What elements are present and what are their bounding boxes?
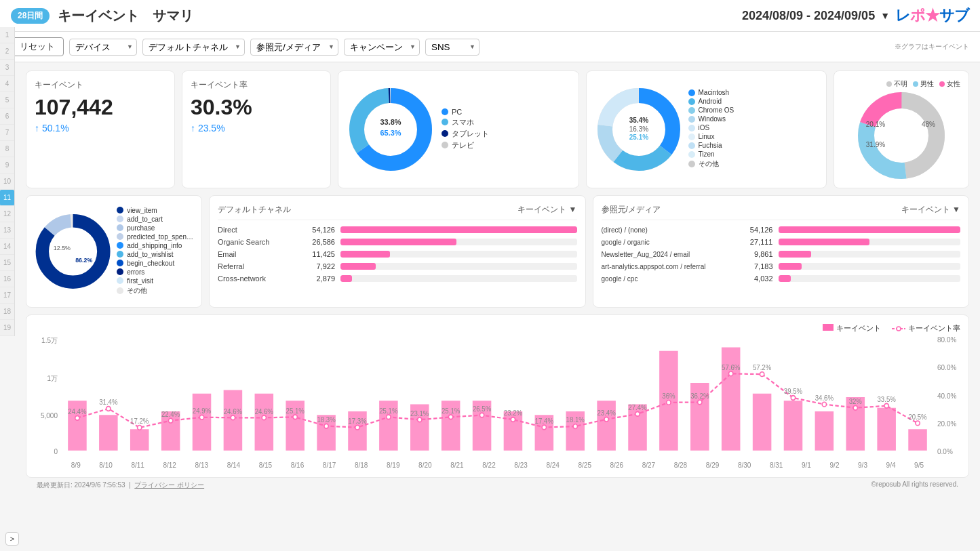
kpi-card: キーイベント 107,442 ↑ 50.1% bbox=[26, 70, 175, 188]
svg-text:31.4%: 31.4% bbox=[99, 399, 118, 406]
kpi-value: 107,442 bbox=[35, 95, 166, 120]
date-range: 2024/08/09 - 2024/09/05 bbox=[742, 9, 875, 23]
campaign-filter[interactable]: キャンペーン bbox=[344, 39, 420, 56]
svg-point-94 bbox=[667, 401, 671, 405]
svg-point-80 bbox=[448, 415, 452, 420]
os-legend: Macintosh Android Chrome OS Windows iOS … bbox=[688, 89, 734, 170]
svg-text:17.3%: 17.3% bbox=[348, 417, 367, 425]
svg-point-102 bbox=[791, 396, 795, 401]
svg-point-72 bbox=[324, 424, 328, 428]
svg-rect-32 bbox=[193, 394, 212, 451]
svg-point-68 bbox=[262, 415, 266, 420]
kpi-rate-card: キーイベント率 30.3% ↑ 23.5% bbox=[182, 70, 331, 188]
graph-note: ※グラフはキーイベント bbox=[485, 42, 969, 52]
svg-text:20.5%: 20.5% bbox=[908, 413, 927, 421]
chart-legend: キーイベント キーイベント率 bbox=[35, 323, 960, 333]
kpi-title: キーイベント bbox=[35, 79, 166, 91]
date-badge: 28日間 bbox=[11, 8, 50, 24]
svg-text:18.3%: 18.3% bbox=[317, 416, 336, 424]
svg-text:25.1%: 25.1% bbox=[629, 134, 648, 141]
svg-text:57.2%: 57.2% bbox=[753, 364, 772, 371]
svg-point-84 bbox=[511, 417, 515, 422]
svg-rect-50 bbox=[753, 394, 772, 451]
svg-text:25.1%: 25.1% bbox=[442, 407, 460, 414]
svg-text:25.1%: 25.1% bbox=[379, 407, 398, 414]
svg-point-88 bbox=[573, 424, 577, 429]
svg-text:23.2%: 23.2% bbox=[504, 409, 523, 417]
svg-text:57.6%: 57.6% bbox=[722, 364, 741, 371]
referral-row: google / cpc 4,032 bbox=[602, 274, 961, 283]
svg-point-78 bbox=[418, 417, 422, 422]
svg-text:23.1%: 23.1% bbox=[410, 409, 429, 417]
device-filter[interactable]: デバイス bbox=[69, 39, 137, 56]
os-donut-chart: 35.4% 16.3% 25.1% bbox=[595, 85, 683, 174]
last-updated: 最終更新日: 2024/9/6 7:56:53 bbox=[37, 481, 125, 489]
reset-button[interactable]: リセット bbox=[11, 37, 64, 56]
svg-text:34.6%: 34.6% bbox=[815, 394, 834, 402]
svg-text:24.6%: 24.6% bbox=[255, 407, 274, 415]
svg-rect-55 bbox=[908, 429, 927, 451]
chart-area: 24.4%31.4%17.2%22.4%24.9%24.6%24.6%25.1%… bbox=[62, 336, 933, 469]
svg-text:36.2%: 36.2% bbox=[690, 392, 709, 400]
y-axis-left: 1.5万 1万 5,000 0 bbox=[35, 336, 62, 469]
filter-bar: リセット デバイス デフォルトチャネル 参照元/メディア キャンペーン SNS … bbox=[0, 32, 980, 62]
svg-text:27.4%: 27.4% bbox=[628, 404, 647, 411]
legend-event-label: キーイベント bbox=[836, 324, 881, 332]
logo: レポ★サブ bbox=[895, 5, 969, 26]
svg-point-76 bbox=[387, 415, 391, 420]
svg-text:12.5%: 12.5% bbox=[54, 245, 71, 251]
svg-rect-52 bbox=[815, 411, 834, 451]
event-legend: view_item add_to_cart purchase predicted… bbox=[117, 207, 193, 297]
channel-filter[interactable]: デフォルトチャネル bbox=[142, 39, 245, 56]
svg-text:33.8%: 33.8% bbox=[380, 118, 401, 126]
copyright: ©reposub All rights reserved. bbox=[871, 481, 958, 490]
os-donut-card: 35.4% 16.3% 25.1% Macintosh Android Chro… bbox=[586, 70, 827, 188]
page-title: キーイベント サマリ bbox=[58, 7, 193, 25]
channel-row: Direct 54,126 bbox=[218, 226, 577, 234]
svg-text:24.6%: 24.6% bbox=[224, 407, 243, 415]
channel-rows: Direct 54,126 Organic Search 26,586 Emai… bbox=[218, 226, 577, 283]
svg-text:16.3%: 16.3% bbox=[629, 125, 648, 133]
device-donut-chart: 33.8% 65.3% bbox=[347, 85, 435, 174]
time-chart-card: キーイベント キーイベント率 1.5万 1万 5,000 0 24.4%31.4… bbox=[26, 314, 969, 478]
svg-text:24.9%: 24.9% bbox=[193, 407, 212, 415]
svg-point-108 bbox=[884, 403, 888, 408]
svg-text:22.4%: 22.4% bbox=[161, 411, 180, 418]
svg-text:20.1%: 20.1% bbox=[866, 121, 885, 128]
referral-rows: (direct) / (none) 54,126 google / organi… bbox=[602, 226, 961, 283]
referral-kpi-label[interactable]: キーイベント ▼ bbox=[901, 204, 960, 216]
svg-rect-30 bbox=[130, 429, 149, 451]
svg-point-60 bbox=[138, 426, 142, 430]
svg-text:31.9%: 31.9% bbox=[866, 141, 885, 148]
gender-donut-chart: 20.1% 48% 31.9% bbox=[847, 91, 956, 180]
svg-point-96 bbox=[698, 400, 702, 405]
x-axis-labels: 8/98/108/118/128/138/148/158/168/178/188… bbox=[62, 462, 933, 469]
channel-row: Organic Search 26,586 bbox=[218, 238, 577, 246]
time-chart-svg: 24.4%31.4%17.2%22.4%24.9%24.6%24.6%25.1%… bbox=[62, 336, 933, 458]
channel-kpi-label[interactable]: キーイベント ▼ bbox=[517, 204, 576, 216]
svg-point-56 bbox=[75, 415, 79, 420]
svg-rect-29 bbox=[99, 415, 118, 451]
privacy-link[interactable]: プライバシー ポリシー bbox=[134, 481, 204, 489]
svg-point-64 bbox=[199, 415, 203, 420]
y-axis-right: 80.0% 60.0% 40.0% 20.0% 0.0% bbox=[933, 336, 960, 469]
kpi-rate-title: キーイベント率 bbox=[191, 79, 322, 91]
svg-text:18.1%: 18.1% bbox=[566, 416, 585, 424]
svg-text:32%: 32% bbox=[849, 398, 862, 405]
time-chart-body: 1.5万 1万 5,000 0 24.4%31.4%17.2%22.4%24.9… bbox=[35, 336, 960, 469]
svg-text:17.4%: 17.4% bbox=[535, 417, 554, 425]
sns-filter[interactable]: SNS bbox=[425, 39, 479, 56]
top-bar: 28日間 キーイベント サマリ 2024/08/09 - 2024/09/05 … bbox=[0, 0, 980, 32]
top-grid: キーイベント 107,442 ↑ 50.1% キーイベント率 30.3% ↑ 2… bbox=[26, 70, 969, 188]
kpi-rate-change: ↑ 23.5% bbox=[191, 123, 322, 134]
referral-filter[interactable]: 参照元/メディア bbox=[250, 39, 338, 56]
bar-legend-icon bbox=[823, 324, 834, 331]
svg-text:86.2%: 86.2% bbox=[75, 257, 92, 264]
kpi-rate-value: 30.3% bbox=[191, 95, 322, 120]
legend-rate-label: キーイベント率 bbox=[908, 323, 960, 333]
referral-title: 参照元/メディア bbox=[602, 204, 661, 216]
svg-point-66 bbox=[231, 415, 235, 420]
date-range-dropdown[interactable]: ▼ bbox=[880, 10, 890, 21]
svg-rect-45 bbox=[597, 401, 616, 451]
svg-text:17.2%: 17.2% bbox=[130, 417, 149, 425]
